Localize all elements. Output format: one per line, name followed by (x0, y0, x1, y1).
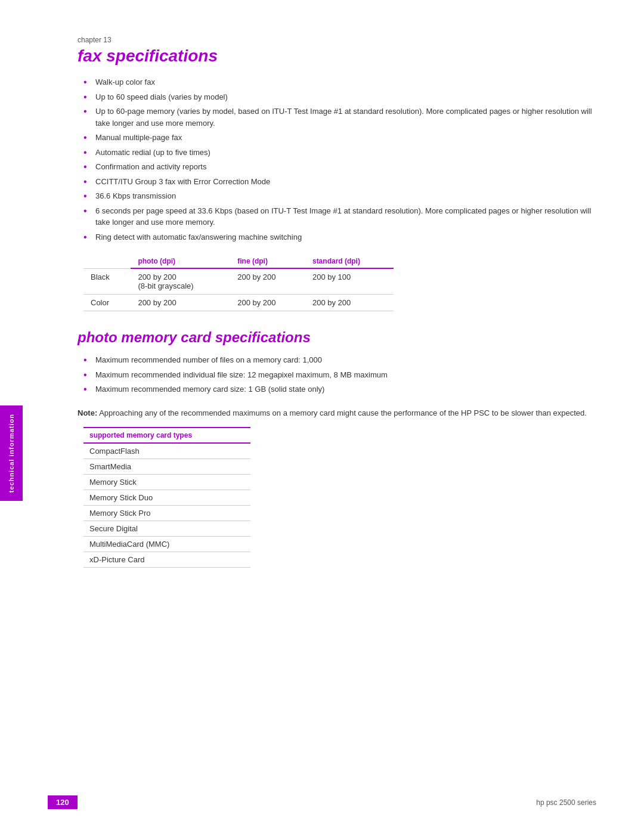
fax-row-color-standard: 200 by 200 (305, 295, 394, 311)
table-row: Color 200 by 200 200 by 200 200 by 200 (83, 295, 394, 311)
fax-row-black-label: Black (83, 268, 131, 295)
fax-bullet-8: 36.6 Kbps transmission (83, 190, 596, 202)
memory-card-memorystick-duo: Memory Stick Duo (83, 490, 250, 506)
memory-card-memorystick-pro: Memory Stick Pro (83, 506, 250, 521)
chapter-label: chapter 13 (78, 36, 596, 44)
fax-row-black-fine: 200 by 200 (230, 268, 305, 295)
memory-card-xd: xD-Picture Card (83, 552, 250, 568)
table-row: Memory Stick (83, 475, 250, 490)
memory-card-table: supported memory card types CompactFlash… (83, 427, 250, 568)
table-row: Black 200 by 200(8-bit grayscale) 200 by… (83, 268, 394, 295)
photo-bullet-1: Maximum recommended number of files on a… (83, 354, 596, 366)
memory-table-header: supported memory card types (83, 428, 250, 443)
memory-card-smartmedia: SmartMedia (83, 459, 250, 475)
fax-row-color-label: Color (83, 295, 131, 311)
fax-bullet-5: Automatic redial (up to five times) (83, 147, 596, 159)
grayscale-note: (8-bit grayscale) (138, 281, 193, 290)
page-container: technical information chapter 13 fax spe… (0, 0, 644, 833)
table-row: Memory Stick Duo (83, 490, 250, 506)
fax-bullet-7: CCITT/ITU Group 3 fax with Error Correct… (83, 176, 596, 188)
fax-row-color-photo: 200 by 200 (131, 295, 230, 311)
memory-card-mmc: MultiMediaCard (MMC) (83, 537, 250, 552)
fax-row-black-photo: 200 by 200(8-bit grayscale) (131, 268, 230, 295)
fax-bullet-6: Confirmation and activity reports (83, 161, 596, 173)
sidebar-tab: technical information (0, 405, 23, 501)
fax-bullet-9: 6 seconds per page speed at 33.6 Kbps (b… (83, 205, 596, 228)
page-footer: 120 hp psc 2500 series (0, 795, 644, 809)
fax-table-header-empty (83, 255, 131, 268)
fax-bullet-10: Ring detect with automatic fax/answering… (83, 231, 596, 243)
table-row: Secure Digital (83, 521, 250, 537)
table-row: SmartMedia (83, 459, 250, 475)
photo-bullet-3: Maximum recommended memory card size: 1 … (83, 383, 596, 395)
photo-memory-title: photo memory card specifications (78, 329, 596, 346)
page-number: 120 (48, 795, 78, 809)
fax-bullet-1: Walk-up color fax (83, 76, 596, 88)
photo-bullet-list: Maximum recommended number of files on a… (78, 354, 596, 395)
footer-brand: hp psc 2500 series (536, 798, 596, 807)
fax-bullet-3: Up to 60-page memory (varies by model, b… (83, 106, 596, 129)
fax-dpi-table: photo (dpi) fine (dpi) standard (dpi) Bl… (83, 255, 394, 311)
table-row: MultiMediaCard (MMC) (83, 537, 250, 552)
memory-card-memorystick: Memory Stick (83, 475, 250, 490)
note-block: Note: Approaching any of the recommended… (78, 407, 596, 419)
fax-table-header-fine: fine (dpi) (230, 255, 305, 268)
fax-bullet-4: Manual multiple-page fax (83, 132, 596, 144)
table-row: xD-Picture Card (83, 552, 250, 568)
note-label: Note: (78, 408, 97, 417)
sidebar-tab-label: technical information (8, 414, 15, 493)
fax-specifications-title: fax specifications (78, 47, 596, 66)
fax-table-header-standard: standard (dpi) (305, 255, 394, 268)
photo-bullet-2: Maximum recommended individual file size… (83, 369, 596, 381)
fax-table-header-photo: photo (dpi) (131, 255, 230, 268)
table-row: CompactFlash (83, 443, 250, 459)
memory-card-compactflash: CompactFlash (83, 443, 250, 459)
table-row: Memory Stick Pro (83, 506, 250, 521)
fax-bullet-list: Walk-up color fax Up to 60 speed dials (… (78, 76, 596, 243)
fax-row-black-standard: 200 by 100 (305, 268, 394, 295)
fax-row-color-fine: 200 by 200 (230, 295, 305, 311)
memory-card-secure-digital: Secure Digital (83, 521, 250, 537)
fax-bullet-2: Up to 60 speed dials (varies by model) (83, 91, 596, 103)
note-body: Approaching any of the recommended maxim… (99, 408, 587, 417)
